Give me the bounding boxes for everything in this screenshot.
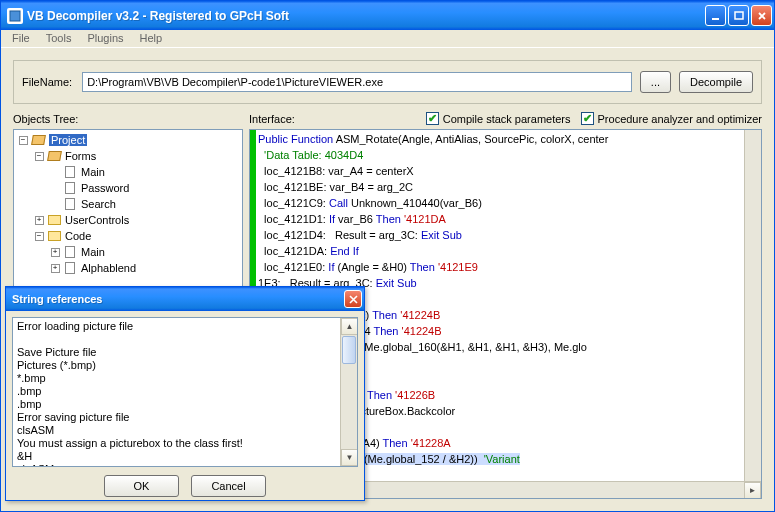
dialog-title: String references (12, 293, 344, 305)
list-item[interactable]: .bmp (17, 385, 353, 398)
dialog-close-button[interactable] (344, 290, 362, 308)
tree-usercontrols[interactable]: UserControls (65, 214, 129, 226)
tree-item[interactable]: Alphablend (81, 262, 136, 274)
filename-label: FileName: (22, 76, 72, 88)
document-icon (62, 197, 78, 211)
document-icon (62, 245, 78, 259)
tree-expand-icon[interactable]: − (35, 232, 44, 241)
procedure-analyzer-checkbox[interactable]: ✔ Procedure analyzer and optimizer (581, 112, 762, 125)
menu-help[interactable]: Help (133, 30, 170, 47)
list-item[interactable] (17, 333, 353, 346)
list-item[interactable]: &H (17, 450, 353, 463)
list-item[interactable]: Pictures (*.bmp) (17, 359, 353, 372)
decompile-button[interactable]: Decompile (679, 71, 753, 93)
tree-expand-icon[interactable]: + (51, 248, 60, 257)
tree-expand-icon[interactable]: − (35, 152, 44, 161)
dialog-titlebar[interactable]: String references (6, 287, 364, 311)
list-vscroll[interactable]: ▲ ▼ (340, 318, 357, 466)
menu-plugins[interactable]: Plugins (80, 30, 130, 47)
minimize-button[interactable] (705, 5, 726, 26)
compile-stack-checkbox[interactable]: ✔ Compile stack parameters (426, 112, 571, 125)
scroll-thumb[interactable] (342, 336, 356, 364)
svg-rect-1 (712, 18, 719, 20)
document-icon (62, 181, 78, 195)
tree-item[interactable]: Main (81, 166, 105, 178)
folder-icon (30, 133, 46, 147)
menu-file[interactable]: File (5, 30, 37, 47)
folder-icon (46, 213, 62, 227)
window-title: VB Decompiler v3.2 - Registered to GPcH … (27, 9, 705, 23)
interface-label: Interface: (249, 113, 295, 125)
svg-rect-2 (735, 12, 743, 19)
list-item[interactable]: clsASM (17, 463, 353, 467)
tree-project[interactable]: Project (49, 134, 87, 146)
compile-stack-label: Compile stack parameters (443, 113, 571, 125)
procedure-analyzer-label: Procedure analyzer and optimizer (598, 113, 762, 125)
maximize-button[interactable] (728, 5, 749, 26)
titlebar[interactable]: VB Decompiler v3.2 - Registered to GPcH … (1, 1, 774, 30)
browse-button[interactable]: ... (640, 71, 671, 93)
app-icon (7, 8, 23, 24)
check-icon: ✔ (426, 112, 439, 125)
list-item[interactable]: .bmp (17, 398, 353, 411)
list-item[interactable]: You must assign a picturebox to the clas… (17, 437, 353, 450)
tree-expand-icon[interactable]: + (51, 264, 60, 273)
list-item[interactable]: clsASM (17, 424, 353, 437)
code-vscroll[interactable] (744, 130, 761, 481)
objects-tree-label: Objects Tree: (13, 113, 239, 125)
list-item[interactable]: *.bmp (17, 372, 353, 385)
window-controls (705, 5, 772, 26)
menu-tools[interactable]: Tools (39, 30, 79, 47)
ok-button[interactable]: OK (104, 475, 179, 497)
labels-row: Objects Tree: Interface: ✔ Compile stack… (1, 110, 774, 129)
string-references-dialog[interactable]: String references Error loading picture … (5, 286, 365, 501)
tree-item[interactable]: Search (81, 198, 116, 210)
document-icon (62, 261, 78, 275)
list-item[interactable]: Error saving picture file (17, 411, 353, 424)
list-item[interactable]: Error loading picture file (17, 320, 353, 333)
check-icon: ✔ (581, 112, 594, 125)
menubar: File Tools Plugins Help (1, 30, 774, 48)
scroll-track[interactable] (341, 365, 357, 449)
folder-icon (46, 149, 62, 163)
scroll-up-icon[interactable]: ▲ (341, 318, 358, 335)
scroll-down-icon[interactable]: ▼ (341, 449, 358, 466)
svg-rect-0 (10, 11, 20, 21)
document-icon (62, 165, 78, 179)
string-list[interactable]: Error loading picture file Save Picture … (12, 317, 358, 467)
tree-item[interactable]: Password (81, 182, 129, 194)
tree-forms[interactable]: Forms (65, 150, 96, 162)
tree-expand-icon[interactable]: + (35, 216, 44, 225)
dialog-buttons: OK Cancel (6, 473, 364, 503)
scroll-right-icon[interactable]: ► (744, 482, 761, 499)
cancel-button[interactable]: Cancel (191, 475, 266, 497)
tree-item[interactable]: Main (81, 246, 105, 258)
filename-input[interactable] (82, 72, 632, 92)
tree-expand-icon[interactable]: − (19, 136, 28, 145)
filename-group: FileName: ... Decompile (13, 60, 762, 104)
folder-icon (46, 229, 62, 243)
close-button[interactable] (751, 5, 772, 26)
tree-code[interactable]: Code (65, 230, 91, 242)
list-item[interactable]: Save Picture file (17, 346, 353, 359)
